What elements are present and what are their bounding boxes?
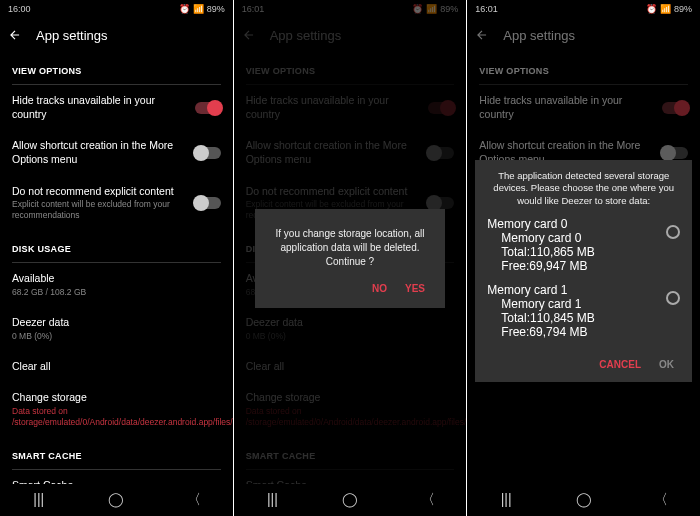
switch-on[interactable] <box>195 102 221 114</box>
modal-overlay: If you change storage location, all appl… <box>234 0 467 516</box>
screen-app-settings: 16:00 ⏰ 📶 89% App settings VIEW OPTIONS … <box>0 0 233 516</box>
storage-name: Memory card 1 <box>487 283 666 297</box>
page-title: App settings <box>36 28 108 43</box>
yes-button[interactable]: YES <box>405 283 425 294</box>
header: App settings <box>0 18 233 52</box>
label: Do not recommend explicit content <box>12 185 187 199</box>
nav-bar: ||| ◯ 〈 <box>0 484 233 516</box>
storage-option-1[interactable]: Memory card 1 Memory card 1 Total:110,84… <box>487 279 680 345</box>
switch-off[interactable] <box>195 147 221 159</box>
label: Allow shortcut creation in the More Opti… <box>12 139 187 166</box>
signal-icon: 📶 <box>193 4 204 14</box>
dialog-intro: The application detected several storage… <box>487 170 680 213</box>
status-bar: 16:00 ⏰ 📶 89% <box>0 0 233 18</box>
nav-back-icon[interactable]: 〈 <box>185 491 203 509</box>
toggle-shortcut[interactable]: Allow shortcut creation in the More Opti… <box>12 130 221 175</box>
alarm-icon: ⏰ <box>179 4 190 14</box>
section-view-options: VIEW OPTIONS <box>12 52 221 82</box>
radio-icon[interactable] <box>666 225 680 239</box>
status-icons: ⏰ 📶 89% <box>179 4 225 14</box>
nav-recent-icon[interactable]: ||| <box>30 491 48 509</box>
back-icon[interactable] <box>8 28 22 42</box>
screen-confirm-dialog: 16:01 ⏰📶89% App settings VIEW OPTIONS Hi… <box>234 0 467 516</box>
storage-id: Memory card 1 <box>487 297 666 311</box>
toggle-explicit[interactable]: Do not recommend explicit content Explic… <box>12 176 221 231</box>
label: Change storage <box>12 391 233 405</box>
sublabel: 0 MB (0%) <box>12 331 221 342</box>
clock: 16:00 <box>8 4 31 14</box>
item-available: Available 68.2 GB / 108.2 GB <box>12 263 221 307</box>
no-button[interactable]: NO <box>372 283 387 294</box>
storage-free: Free:69,794 MB <box>487 325 666 339</box>
storage-id: Memory card 0 <box>487 231 666 245</box>
storage-free: Free:69,947 MB <box>487 259 666 273</box>
confirm-dialog: If you change storage location, all appl… <box>255 209 445 308</box>
ok-button[interactable]: OK <box>659 359 674 370</box>
section-smart-cache: SMART CACHE <box>12 437 221 467</box>
battery-text: 89% <box>207 4 225 14</box>
sublabel: Data stored on /storage/emulated/0/Andro… <box>12 406 233 428</box>
sublabel: 68.2 GB / 108.2 GB <box>12 287 221 298</box>
item-deezer-data: Deezer data 0 MB (0%) <box>12 307 221 351</box>
storage-total: Total:110,845 MB <box>487 311 666 325</box>
item-change-storage[interactable]: Change storage Data stored on /storage/e… <box>12 382 221 437</box>
storage-total: Total:110,865 MB <box>487 245 666 259</box>
storage-name: Memory card 0 <box>487 217 666 231</box>
screen-storage-dialog: 16:01⏰📶89% App settings VIEW OPTIONS Hid… <box>467 0 700 516</box>
label: Available <box>12 272 221 286</box>
cancel-button[interactable]: CANCEL <box>599 359 641 370</box>
storage-dialog: The application detected several storage… <box>475 160 692 382</box>
label: Hide tracks unavailable in your country <box>12 94 187 121</box>
label: Deezer data <box>12 316 221 330</box>
sublabel: Explicit content will be excluded from y… <box>12 199 187 221</box>
switch-off[interactable] <box>195 197 221 209</box>
radio-icon[interactable] <box>666 291 680 305</box>
nav-home-icon[interactable]: ◯ <box>107 491 125 509</box>
dialog-message: If you change storage location, all appl… <box>269 227 431 269</box>
item-clear-all[interactable]: Clear all <box>12 351 221 383</box>
storage-option-0[interactable]: Memory card 0 Memory card 0 Total:110,86… <box>487 213 680 279</box>
section-disk-usage: DISK USAGE <box>12 230 221 260</box>
label: Clear all <box>12 360 221 374</box>
toggle-hide-tracks[interactable]: Hide tracks unavailable in your country <box>12 85 221 130</box>
